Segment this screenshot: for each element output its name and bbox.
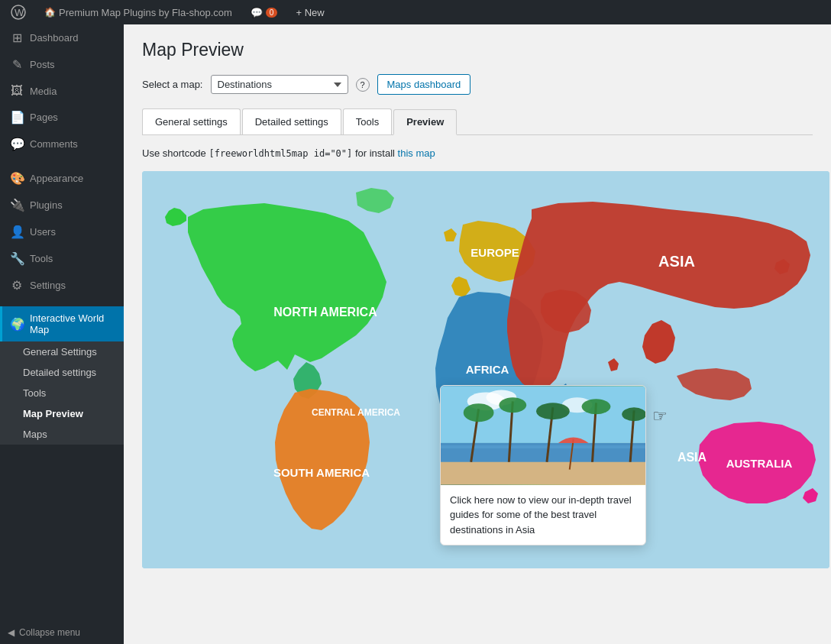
central-america-label: CENTRAL AMERICA — [312, 407, 400, 418]
settings-icon: ⚙ — [10, 278, 24, 293]
new-content-button[interactable]: + New — [291, 0, 328, 24]
posts-icon: ✎ — [10, 57, 24, 72]
map-preview-container: NORTH AMERICA CENTRAL AMERICA SOUTH AMER… — [142, 171, 829, 568]
comments-link[interactable]: 💬 0 — [246, 0, 283, 24]
africa-label: AFRICA — [466, 363, 509, 376]
this-map-link[interactable]: this map — [398, 147, 435, 159]
svg-rect-8 — [441, 445, 645, 448]
page-title: Map Preview — [142, 40, 813, 60]
asia-label: ASIA — [658, 253, 695, 270]
svg-rect-9 — [441, 461, 645, 484]
sidebar-item-users[interactable]: 👤 Users — [0, 218, 124, 245]
sidebar-submenu: General Settings Detailed settings Tools… — [0, 341, 124, 445]
sidebar-item-appearance[interactable]: 🎨 Appearance — [0, 165, 124, 192]
select-map-label: Select a map: — [142, 79, 203, 90]
shortcode-info: Use shortcode [freeworldhtml5map id="0"]… — [142, 147, 813, 159]
region-tooltip[interactable]: Click here now to view our in-depth trav… — [440, 385, 646, 546]
sidebar-item-posts[interactable]: ✎ Posts — [0, 51, 124, 78]
help-badge[interactable]: ? — [356, 78, 370, 92]
tooltip-image — [441, 386, 645, 485]
australia-label: AUSTRALIA — [726, 457, 793, 470]
pages-icon: 📄 — [10, 110, 24, 125]
svg-point-15 — [536, 403, 570, 419]
sidebar: ⊞ Dashboard ✎ Posts 🖼 Media 📄 Pages 💬 Co… — [0, 24, 124, 644]
europe-label: EUROPE — [470, 246, 519, 259]
submenu-maps[interactable]: Maps — [0, 424, 124, 445]
dashboard-icon: ⊞ — [10, 31, 24, 45]
select-map-row: Select a map: Destinations ? Maps dashbo… — [142, 74, 813, 95]
comments-icon: 💬 — [10, 137, 24, 151]
asia-label-2: ASIA — [677, 451, 707, 464]
world-map-icon: 🌍 — [10, 317, 24, 332]
site-name[interactable]: 🏠 Premium Map Plugins by Fla-shop.com — [40, 0, 237, 24]
tab-tools[interactable]: Tools — [343, 108, 392, 134]
cursor-icon: ☞ — [652, 406, 668, 426]
users-icon: 👤 — [10, 225, 24, 239]
submenu-general-settings[interactable]: General Settings — [0, 341, 124, 362]
media-icon: 🖼 — [10, 84, 24, 98]
svg-point-17 — [582, 399, 611, 414]
sidebar-item-settings[interactable]: ⚙ Settings — [0, 272, 124, 299]
north-america-label: NORTH AMERICA — [273, 306, 377, 319]
svg-point-13 — [499, 397, 526, 413]
collapse-menu-button[interactable]: ◀ Collapse menu — [0, 621, 124, 644]
sidebar-item-media[interactable]: 🖼 Media — [0, 78, 124, 104]
sidebar-item-dashboard[interactable]: ⊞ Dashboard — [0, 24, 124, 51]
sidebar-item-interactive-world-map[interactable]: 🌍 Interactive World Map — [0, 306, 124, 341]
tooltip-description: Click here now to view our in-depth trav… — [441, 485, 645, 545]
sidebar-item-plugins[interactable]: 🔌 Plugins — [0, 192, 124, 218]
map-select-dropdown[interactable]: Destinations — [211, 75, 348, 94]
sidebar-item-tools[interactable]: 🔧 Tools — [0, 245, 124, 272]
wp-logo[interactable]: W — [6, 0, 31, 24]
tab-general-settings[interactable]: General settings — [142, 108, 241, 134]
svg-text:W: W — [15, 7, 24, 18]
submenu-detailed-settings[interactable]: Detailed settings — [0, 362, 124, 383]
submenu-tools[interactable]: Tools — [0, 383, 124, 403]
tabs-row: General settings Detailed settings Tools… — [142, 108, 813, 135]
tools-icon: 🔧 — [10, 251, 24, 266]
tab-detailed-settings[interactable]: Detailed settings — [242, 108, 341, 134]
content-area: Map Preview Select a map: Destinations ?… — [124, 24, 831, 644]
sidebar-item-comments[interactable]: 💬 Comments — [0, 131, 124, 157]
maps-dashboard-button[interactable]: Maps dashboard — [377, 74, 471, 95]
collapse-icon: ◀ — [8, 627, 15, 638]
svg-point-19 — [622, 407, 645, 421]
plugins-icon: 🔌 — [10, 198, 24, 212]
south-america-label: SOUTH AMERICA — [273, 466, 370, 479]
svg-point-11 — [464, 403, 494, 422]
appearance-icon: 🎨 — [10, 171, 24, 186]
tab-preview[interactable]: Preview — [393, 109, 457, 135]
sidebar-item-pages[interactable]: 📄 Pages — [0, 104, 124, 131]
admin-bar: W 🏠 Premium Map Plugins by Fla-shop.com … — [0, 0, 831, 24]
submenu-map-preview[interactable]: Map Preview — [0, 403, 124, 424]
